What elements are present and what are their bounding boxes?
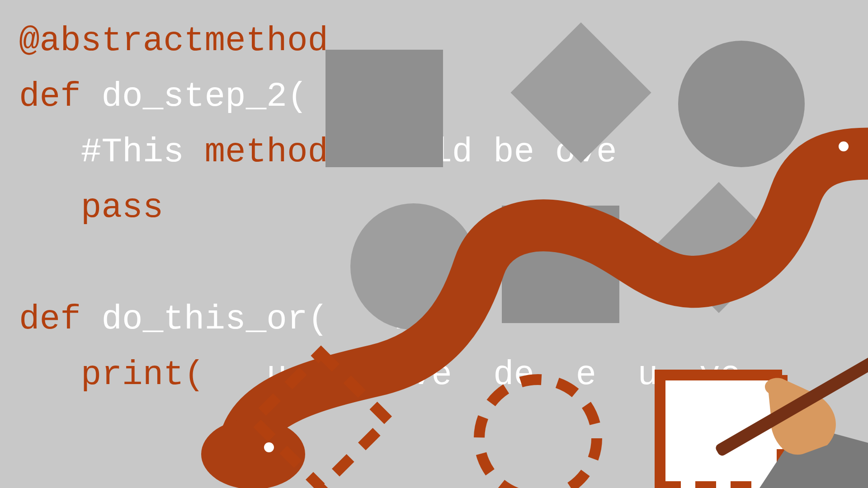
square-shape-icon [326,50,443,167]
svg-point-2 [839,141,849,151]
svg-point-4 [479,380,597,488]
dashed-circle-icon [479,380,597,488]
svg-point-1 [264,442,274,452]
illustration-stage: @abstractmethod def do_step_2( ): #This … [0,0,868,488]
diamond-shape-icon [510,22,651,163]
illustration-svg [0,0,868,488]
circle-shape-icon [678,41,805,167]
